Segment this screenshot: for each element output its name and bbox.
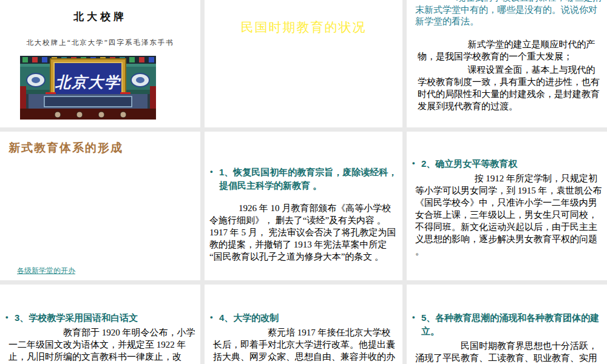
slide-9: • 5、各种教育思潮的涌现和各种教育团体的建立。 民国时期教育界思想也十分活跃，…: [407, 285, 607, 364]
body-paragraph: 新式学堂的建立是顺应时代的产物，是我国学校教育的一个重大发展；: [418, 38, 603, 62]
discussion-question: 现在我们学校设置的课程，哪些是清末新式学堂中有的，哪些是没有的。说说你对新学堂的…: [415, 0, 603, 28]
page-title: 北大校牌: [0, 10, 200, 24]
slide-7: • 3、学校教学采用国语和白话文 教育部于 1920 年明令公布，小学一二年级国…: [0, 285, 200, 364]
body-paragraph: 1926 年 10 月教育部颁布《高等小学校令施行细则》， 删去了“读经”及有关…: [209, 202, 398, 263]
section-title-brown: 新式教育体系的形成: [8, 140, 200, 156]
bullet-heading: 1、恢复民国初年的教育宗旨，废除读经科，提倡民主科学的新教育 。: [219, 167, 397, 190]
bullet-heading: 5、各种教育思潮的涌现和各种教育团体的建立。: [421, 312, 599, 336]
slide-3: 现在我们学校设置的课程，哪些是清末新式学堂中有的，哪些是没有的。说说你对新学堂的…: [407, 0, 607, 127]
slide-1: 北大校牌 北大校牌上“北京大学”四字系毛泽东手书: [0, 0, 200, 127]
bullet-heading: 3、学校教学采用国语和白话文: [15, 312, 138, 323]
slide-4: 新式教育体系的形成 各级新学堂的开办: [0, 132, 200, 280]
hyperlink-new-schools[interactable]: 各级新学堂的开办: [17, 266, 75, 276]
bullet-icon: •: [210, 311, 213, 324]
body-paragraph: 教育部于 1920 年明令公布，小学一二年级国文改为语体文，并规定至 1922 …: [8, 326, 195, 363]
section-title-yellow: 民国时期教育的状况: [205, 19, 402, 36]
bullet-heading: 4、大学的改制: [219, 312, 279, 323]
slide-subtitle: 北大校牌上“北京大学”四字系毛泽东手书: [0, 38, 200, 47]
bullet-icon: •: [412, 157, 415, 170]
pku-gate-image: 北京大学: [20, 56, 156, 120]
body-paragraph: 蔡元培 1917 年接任北京大学校长后，即着手对北京大学进行改革。他提出囊括大典…: [213, 326, 398, 364]
slide-8: • 4、大学的改制 蔡元培 1917 年接任北京大学校长后，即着手对北京大学进行…: [205, 285, 402, 364]
plaque-text: 北京大学: [55, 74, 121, 90]
bullet-icon: •: [210, 165, 213, 178]
slide-2: 民国时期教育的状况: [205, 0, 402, 127]
slide-handout-canvas: 北大校牌 北大校牌上“北京大学”四字系毛泽东手书: [0, 0, 607, 364]
bullet-heading: 2、确立男女平等教育权: [421, 158, 517, 169]
body-paragraph: 按 1912 年所定学制，只规定初等小学可以男女同学，到 1915 年，袁世凯公…: [415, 172, 602, 257]
body-paragraph: 民国时期教育界思想也十分活跃，涌现了平民教育、工读教育、职业教育、实用主义教育等…: [415, 340, 602, 364]
slide-5: • 1、恢复民国初年的教育宗旨，废除读经科，提倡民主科学的新教育 。 1926 …: [205, 132, 402, 280]
bullet-icon: •: [5, 311, 8, 324]
bullet-icon: •: [412, 311, 415, 324]
slide-6: • 2、确立男女平等教育权 按 1912 年所定学制，只规定初等小学可以男女同学…: [407, 132, 607, 280]
body-paragraph: 课程设置全面，基本上与现代的学校教育制度一致，具有重大的进步性，也有时代的局限性…: [418, 64, 603, 112]
